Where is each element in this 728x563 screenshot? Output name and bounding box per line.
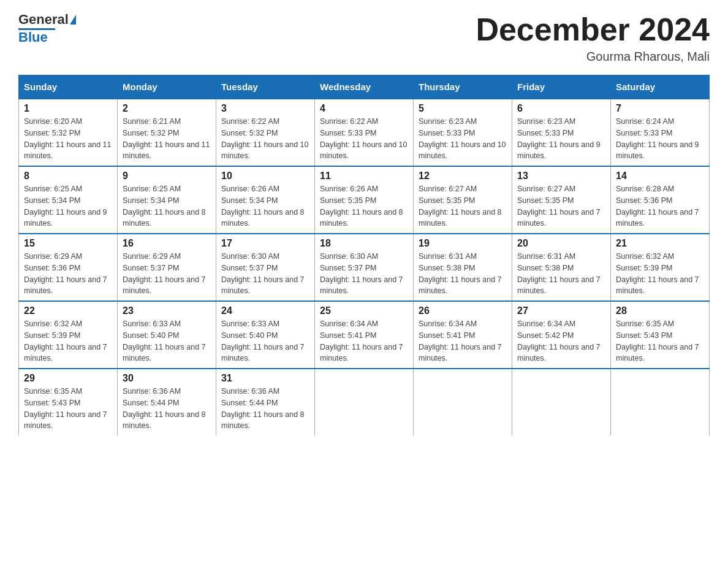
day-info: Sunrise: 6:36 AMSunset: 5:44 PMDaylight:… xyxy=(123,387,206,430)
logo: General Blue xyxy=(18,12,76,45)
day-info: Sunrise: 6:35 AMSunset: 5:43 PMDaylight:… xyxy=(616,320,699,362)
calendar-week-row: 1 Sunrise: 6:20 AMSunset: 5:32 PMDayligh… xyxy=(19,99,710,166)
day-info: Sunrise: 6:35 AMSunset: 5:43 PMDaylight:… xyxy=(24,387,107,430)
day-info: Sunrise: 6:24 AMSunset: 5:33 PMDaylight:… xyxy=(616,117,699,160)
table-row: 11 Sunrise: 6:26 AMSunset: 5:35 PMDaylig… xyxy=(315,166,414,234)
day-info: Sunrise: 6:20 AMSunset: 5:32 PMDaylight:… xyxy=(24,117,111,160)
day-info: Sunrise: 6:31 AMSunset: 5:38 PMDaylight:… xyxy=(517,252,601,295)
table-row xyxy=(512,369,611,435)
col-sunday: Sunday xyxy=(19,75,118,99)
logo-general: General xyxy=(18,12,69,27)
table-row: 26 Sunrise: 6:34 AMSunset: 5:41 PMDaylig… xyxy=(414,301,512,369)
day-number: 12 xyxy=(419,170,507,182)
day-number: 14 xyxy=(616,170,704,182)
col-wednesday: Wednesday xyxy=(315,75,414,99)
logo-blue: Blue xyxy=(18,30,48,45)
day-number: 18 xyxy=(320,238,408,249)
day-info: Sunrise: 6:25 AMSunset: 5:34 PMDaylight:… xyxy=(24,185,107,228)
table-row: 16 Sunrise: 6:29 AMSunset: 5:37 PMDaylig… xyxy=(118,234,216,301)
day-info: Sunrise: 6:21 AMSunset: 5:32 PMDaylight:… xyxy=(123,117,210,160)
day-info: Sunrise: 6:26 AMSunset: 5:35 PMDaylight:… xyxy=(320,185,403,228)
day-info: Sunrise: 6:33 AMSunset: 5:40 PMDaylight:… xyxy=(123,320,206,362)
table-row xyxy=(414,369,512,435)
day-number: 4 xyxy=(320,103,408,114)
table-row: 10 Sunrise: 6:26 AMSunset: 5:34 PMDaylig… xyxy=(216,166,315,234)
day-info: Sunrise: 6:36 AMSunset: 5:44 PMDaylight:… xyxy=(221,387,305,430)
table-row: 30 Sunrise: 6:36 AMSunset: 5:44 PMDaylig… xyxy=(118,369,216,435)
day-number: 17 xyxy=(221,238,309,249)
page-header: General Blue December 2024 Gourma Rharou… xyxy=(18,12,710,64)
day-number: 31 xyxy=(221,373,309,384)
table-row: 29 Sunrise: 6:35 AMSunset: 5:43 PMDaylig… xyxy=(19,369,118,435)
day-info: Sunrise: 6:25 AMSunset: 5:34 PMDaylight:… xyxy=(123,185,206,228)
calendar-table: Sunday Monday Tuesday Wednesday Thursday… xyxy=(18,75,710,435)
table-row: 1 Sunrise: 6:20 AMSunset: 5:32 PMDayligh… xyxy=(19,99,118,166)
day-info: Sunrise: 6:29 AMSunset: 5:36 PMDaylight:… xyxy=(24,252,107,295)
day-number: 16 xyxy=(123,238,211,249)
table-row: 20 Sunrise: 6:31 AMSunset: 5:38 PMDaylig… xyxy=(512,234,611,301)
title-block: December 2024 Gourma Rharous, Mali xyxy=(476,12,710,64)
day-number: 24 xyxy=(221,305,309,316)
table-row: 6 Sunrise: 6:23 AMSunset: 5:33 PMDayligh… xyxy=(512,99,611,166)
day-number: 30 xyxy=(123,373,211,384)
day-number: 3 xyxy=(221,103,309,114)
table-row: 25 Sunrise: 6:34 AMSunset: 5:41 PMDaylig… xyxy=(315,301,414,369)
day-info: Sunrise: 6:30 AMSunset: 5:37 PMDaylight:… xyxy=(221,252,305,295)
day-info: Sunrise: 6:34 AMSunset: 5:41 PMDaylight:… xyxy=(419,320,502,362)
day-number: 25 xyxy=(320,305,408,316)
location-title: Gourma Rharous, Mali xyxy=(476,50,710,64)
day-info: Sunrise: 6:22 AMSunset: 5:32 PMDaylight:… xyxy=(221,117,308,160)
table-row: 17 Sunrise: 6:30 AMSunset: 5:37 PMDaylig… xyxy=(216,234,315,301)
day-number: 29 xyxy=(24,373,112,384)
table-row: 3 Sunrise: 6:22 AMSunset: 5:32 PMDayligh… xyxy=(216,99,315,166)
table-row: 24 Sunrise: 6:33 AMSunset: 5:40 PMDaylig… xyxy=(216,301,315,369)
col-friday: Friday xyxy=(512,75,611,99)
table-row: 9 Sunrise: 6:25 AMSunset: 5:34 PMDayligh… xyxy=(118,166,216,234)
calendar-week-row: 22 Sunrise: 6:32 AMSunset: 5:39 PMDaylig… xyxy=(19,301,710,369)
day-info: Sunrise: 6:26 AMSunset: 5:34 PMDaylight:… xyxy=(221,185,305,228)
day-info: Sunrise: 6:27 AMSunset: 5:35 PMDaylight:… xyxy=(419,185,502,228)
day-info: Sunrise: 6:32 AMSunset: 5:39 PMDaylight:… xyxy=(616,252,699,295)
day-number: 21 xyxy=(616,238,704,249)
day-number: 2 xyxy=(123,103,211,114)
day-number: 15 xyxy=(24,238,112,249)
day-info: Sunrise: 6:34 AMSunset: 5:42 PMDaylight:… xyxy=(517,320,601,362)
calendar-week-row: 15 Sunrise: 6:29 AMSunset: 5:36 PMDaylig… xyxy=(19,234,710,301)
day-number: 26 xyxy=(419,305,507,316)
day-info: Sunrise: 6:28 AMSunset: 5:36 PMDaylight:… xyxy=(616,185,699,228)
day-number: 27 xyxy=(517,305,605,316)
day-info: Sunrise: 6:30 AMSunset: 5:37 PMDaylight:… xyxy=(320,252,403,295)
day-number: 8 xyxy=(24,170,112,182)
day-number: 19 xyxy=(419,238,507,249)
day-number: 6 xyxy=(517,103,605,114)
day-number: 5 xyxy=(419,103,507,114)
table-row: 12 Sunrise: 6:27 AMSunset: 5:35 PMDaylig… xyxy=(414,166,512,234)
day-number: 28 xyxy=(616,305,704,316)
col-monday: Monday xyxy=(118,75,216,99)
day-number: 1 xyxy=(24,103,112,114)
day-info: Sunrise: 6:23 AMSunset: 5:33 PMDaylight:… xyxy=(419,117,506,160)
table-row: 18 Sunrise: 6:30 AMSunset: 5:37 PMDaylig… xyxy=(315,234,414,301)
table-row: 5 Sunrise: 6:23 AMSunset: 5:33 PMDayligh… xyxy=(414,99,512,166)
col-saturday: Saturday xyxy=(611,75,710,99)
col-thursday: Thursday xyxy=(414,75,512,99)
table-row: 14 Sunrise: 6:28 AMSunset: 5:36 PMDaylig… xyxy=(611,166,710,234)
table-row: 19 Sunrise: 6:31 AMSunset: 5:38 PMDaylig… xyxy=(414,234,512,301)
day-number: 20 xyxy=(517,238,605,249)
table-row: 2 Sunrise: 6:21 AMSunset: 5:32 PMDayligh… xyxy=(118,99,216,166)
day-info: Sunrise: 6:34 AMSunset: 5:41 PMDaylight:… xyxy=(320,320,403,362)
day-number: 13 xyxy=(517,170,605,182)
day-number: 9 xyxy=(123,170,211,182)
table-row: 21 Sunrise: 6:32 AMSunset: 5:39 PMDaylig… xyxy=(611,234,710,301)
table-row: 23 Sunrise: 6:33 AMSunset: 5:40 PMDaylig… xyxy=(118,301,216,369)
table-row: 27 Sunrise: 6:34 AMSunset: 5:42 PMDaylig… xyxy=(512,301,611,369)
logo-triangle-icon xyxy=(70,15,76,25)
month-title: December 2024 xyxy=(476,12,710,47)
day-number: 10 xyxy=(221,170,309,182)
day-number: 7 xyxy=(616,103,704,114)
table-row: 13 Sunrise: 6:27 AMSunset: 5:35 PMDaylig… xyxy=(512,166,611,234)
calendar-week-row: 29 Sunrise: 6:35 AMSunset: 5:43 PMDaylig… xyxy=(19,369,710,435)
day-info: Sunrise: 6:33 AMSunset: 5:40 PMDaylight:… xyxy=(221,320,305,362)
table-row: 7 Sunrise: 6:24 AMSunset: 5:33 PMDayligh… xyxy=(611,99,710,166)
day-number: 22 xyxy=(24,305,112,316)
